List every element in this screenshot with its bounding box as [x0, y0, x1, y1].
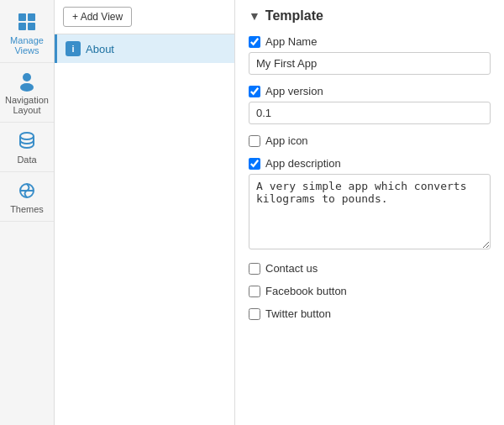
svg-point-4 [23, 73, 31, 81]
sidebar-item-themes-label: Themes [10, 204, 44, 214]
svg-rect-0 [18, 13, 26, 21]
app-name-checkbox[interactable] [249, 36, 260, 48]
view-list: i About [55, 34, 234, 425]
twitter-button-label: Twitter button [265, 307, 331, 320]
twitter-button-checkbox[interactable] [249, 308, 260, 320]
app-description-checkbox[interactable] [249, 158, 260, 170]
app-description-textarea[interactable]: A very simple app which converts kilogra… [249, 174, 491, 249]
data-icon [15, 129, 39, 153]
sidebar-item-themes[interactable]: Themes [0, 172, 54, 222]
sidebar-item-manage-views-label: Manage Views [3, 35, 50, 55]
svg-point-6 [20, 133, 34, 139]
app-icon-label: App icon [265, 134, 308, 147]
sidebar: Manage Views Navigation Layout Data [0, 0, 55, 425]
view-item-about[interactable]: i About [55, 34, 234, 63]
contact-us-label: Contact us [265, 262, 318, 275]
facebook-button-row: Facebook button [249, 285, 491, 297]
themes-icon [15, 179, 39, 202]
right-panel: ▼ Template App Name App version App icon… [235, 0, 504, 425]
navigation-layout-icon [15, 70, 39, 93]
template-title: Template [265, 8, 323, 24]
app-version-checkbox[interactable] [249, 86, 260, 97]
contact-us-row: Contact us [249, 262, 491, 275]
app-name-label[interactable]: App Name [249, 35, 491, 48]
svg-rect-2 [18, 23, 26, 30]
contact-us-checkbox[interactable] [249, 263, 260, 275]
app-description-label[interactable]: App description [249, 157, 491, 170]
manage-views-icon [15, 10, 39, 34]
app-version-label-text: App version [265, 85, 323, 97]
add-view-button[interactable]: + Add View [63, 7, 132, 27]
sidebar-item-navigation-layout[interactable]: Navigation Layout [0, 63, 54, 123]
collapse-arrow-icon[interactable]: ▼ [249, 9, 260, 23]
view-item-icon: i [66, 41, 81, 56]
sidebar-item-data[interactable]: Data [0, 123, 54, 172]
app-description-label-text: App description [265, 157, 341, 170]
app-version-input[interactable] [249, 102, 491, 124]
svg-rect-3 [28, 23, 35, 30]
svg-rect-1 [28, 13, 35, 21]
add-view-bar: + Add View [55, 0, 234, 34]
view-item-label: About [86, 43, 114, 55]
template-header: ▼ Template [249, 8, 491, 24]
middle-panel: + Add View i About [55, 0, 235, 425]
sidebar-item-manage-views[interactable]: Manage Views [0, 3, 54, 63]
app-version-label[interactable]: App version [249, 85, 491, 97]
facebook-button-label: Facebook button [265, 285, 347, 297]
facebook-button-checkbox[interactable] [249, 286, 260, 297]
app-name-label-text: App Name [265, 35, 317, 48]
app-description-row: App description A very simple app which … [249, 157, 491, 252]
app-icon-checkbox[interactable] [249, 135, 260, 147]
app-icon-row: App icon [249, 134, 491, 147]
svg-point-5 [20, 83, 34, 92]
app-name-input[interactable] [249, 52, 491, 75]
app-version-row: App version [249, 85, 491, 124]
app-name-row: App Name [249, 35, 491, 75]
sidebar-item-navigation-layout-label: Navigation Layout [3, 95, 50, 115]
sidebar-item-data-label: Data [17, 155, 36, 165]
twitter-button-row: Twitter button [249, 307, 491, 320]
